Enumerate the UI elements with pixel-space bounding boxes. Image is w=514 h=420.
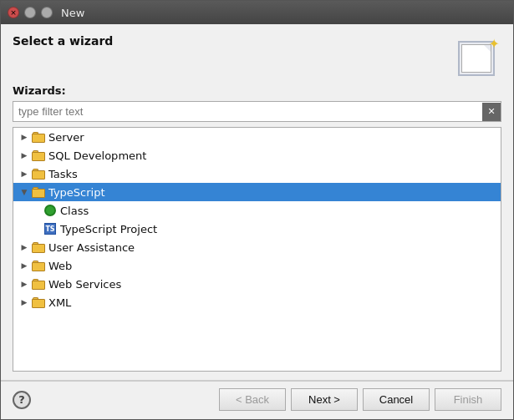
tree-item[interactable]: TypeScript	[13, 183, 501, 201]
help-icon: ?	[18, 393, 25, 406]
footer-buttons: < Back Next > Cancel Finish	[219, 388, 501, 411]
tree-item[interactable]: User Assistance	[13, 238, 501, 256]
close-icon: ×	[10, 8, 17, 17]
tree-item[interactable]: Web Services	[13, 275, 501, 293]
tree-item-label: SQL Development	[48, 149, 146, 162]
cancel-button[interactable]: Cancel	[363, 388, 430, 411]
window-title: New	[61, 7, 84, 19]
cancel-label: Cancel	[379, 393, 413, 406]
sparkle-icon: ✦	[489, 36, 500, 52]
wizards-label: Wizards:	[13, 84, 501, 97]
tree-item-label: Class	[60, 205, 89, 217]
tree-item-label: Web Services	[48, 278, 121, 291]
footer-left: ?	[13, 391, 31, 409]
minimize-button[interactable]	[24, 7, 36, 18]
main-content: Select a wizard ✦ Wizards: ✕ ServerSQL D…	[1, 24, 513, 380]
tree-item[interactable]: Server	[13, 128, 501, 146]
next-button[interactable]: Next >	[291, 388, 358, 411]
item-icon	[32, 149, 45, 162]
expand-arrow-icon	[18, 241, 30, 253]
tree-item-label: XML	[48, 296, 71, 309]
back-button[interactable]: < Back	[219, 388, 286, 411]
tree-item[interactable]: TSTypeScript Project	[13, 220, 501, 238]
expand-arrow-icon	[18, 278, 30, 290]
finish-label: Finish	[454, 393, 483, 406]
filter-input[interactable]	[13, 102, 482, 121]
titlebar: × New	[1, 1, 513, 24]
back-label: < Back	[236, 393, 269, 406]
item-icon	[32, 259, 45, 272]
wizard-icon: ✦	[458, 34, 501, 76]
page-title: Select a wizard	[13, 34, 113, 48]
tree-item[interactable]: XML	[13, 293, 501, 311]
item-icon	[43, 204, 57, 217]
tree-item[interactable]: Tasks	[13, 164, 501, 183]
filter-row: ✕	[13, 101, 501, 122]
expand-arrow-icon	[18, 260, 30, 271]
tree-item-label: User Assistance	[48, 241, 135, 254]
new-wizard-window: × New Select a wizard ✦ Wizards: ✕	[0, 0, 514, 420]
expand-arrow-icon	[18, 168, 30, 180]
expand-arrow-icon	[18, 131, 30, 143]
tree-item[interactable]: SQL Development	[13, 146, 501, 164]
item-icon	[32, 130, 45, 144]
expand-arrow-icon	[18, 186, 30, 198]
item-icon	[32, 185, 45, 199]
item-icon: TS	[43, 222, 57, 235]
maximize-button[interactable]	[41, 7, 53, 18]
expand-arrow-icon	[18, 296, 30, 308]
tree-item-label: Tasks	[48, 168, 78, 180]
tree-item-label: TypeScript Project	[60, 223, 157, 235]
close-button[interactable]: ×	[8, 7, 19, 18]
header-row: Select a wizard ✦	[13, 34, 501, 76]
item-icon	[32, 167, 45, 180]
tree-item-label: TypeScript	[48, 186, 105, 199]
item-icon	[32, 296, 45, 309]
clear-icon: ✕	[487, 106, 495, 117]
footer: ? < Back Next > Cancel Finish	[1, 381, 513, 419]
tree-item[interactable]: Web	[13, 256, 501, 275]
tree-item-label: Web	[48, 260, 72, 272]
expand-arrow-icon	[18, 149, 30, 161]
tree-list[interactable]: ServerSQL DevelopmentTasksTypeScriptClas…	[13, 127, 501, 372]
item-icon	[32, 277, 45, 291]
item-icon	[32, 240, 45, 254]
tree-item-label: Server	[48, 131, 84, 144]
finish-button[interactable]: Finish	[435, 388, 501, 411]
next-label: Next >	[308, 393, 340, 406]
filter-clear-button[interactable]: ✕	[482, 103, 501, 121]
help-button[interactable]: ?	[13, 391, 31, 409]
tree-item[interactable]: Class	[13, 201, 501, 220]
